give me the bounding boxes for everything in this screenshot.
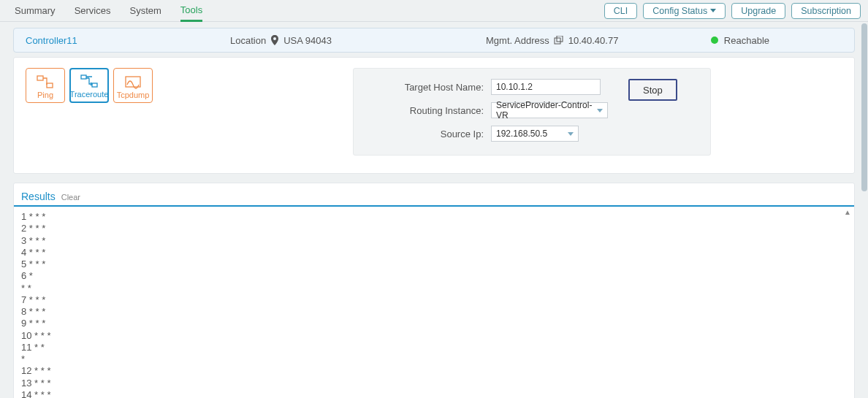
source-ip-value: 192.168.50.5	[496, 129, 547, 139]
tool-tab-traceroute[interactable]: Traceroute	[69, 68, 109, 103]
results-title: Results	[21, 191, 56, 202]
traceroute-form: Target Host Name: Routing Instance: Serv…	[353, 68, 711, 156]
tool-tab-ping-label: Ping	[37, 91, 53, 99]
source-ip-label: Source Ip:	[367, 129, 484, 139]
stop-button[interactable]: Stop	[628, 79, 677, 101]
page-scrollbar[interactable]	[861, 23, 868, 398]
mgmt-value: 10.40.40.77	[568, 35, 619, 46]
scroll-up-icon[interactable]: ▲	[844, 208, 851, 216]
target-host-input[interactable]	[491, 79, 601, 95]
device-name[interactable]: Controller11	[26, 35, 230, 46]
svg-rect-1	[557, 36, 563, 42]
tool-tab-tcpdump[interactable]: Tcpdump	[113, 68, 153, 103]
top-bar: Summary Services System Tools CLI Config…	[0, 0, 868, 22]
cli-button[interactable]: CLI	[604, 3, 637, 19]
device-reachability: Reachable	[711, 35, 769, 46]
routing-instance-value: ServiceProvider-Control-VR	[496, 100, 597, 120]
svg-rect-5	[92, 83, 97, 87]
device-info-bar: Controller11 Location USA 94043 Mgmt. Ad…	[13, 28, 855, 53]
subscription-button[interactable]: Subscription	[791, 3, 861, 19]
config-status-button[interactable]: Config Status	[643, 3, 726, 19]
clear-results-link[interactable]: Clear	[61, 193, 80, 202]
ping-icon	[36, 74, 55, 89]
traceroute-icon	[80, 74, 99, 88]
chevron-down-icon	[568, 132, 574, 136]
nav-tools[interactable]: Tools	[180, 0, 202, 22]
mgmt-label: Mgmt. Address	[486, 35, 549, 46]
results-header: Results Clear	[14, 183, 854, 207]
nav-summary[interactable]: Summary	[15, 1, 56, 20]
svg-rect-3	[47, 83, 53, 88]
tcpdump-icon	[123, 74, 142, 89]
reach-label: Reachable	[724, 35, 769, 46]
results-output[interactable]: 1 * * * 2 * * * 3 * * * 4 * * * 5 * * * …	[14, 207, 854, 398]
upgrade-button[interactable]: Upgrade	[731, 3, 785, 19]
location-label: Location	[230, 35, 266, 46]
routing-instance-label: Routing Instance:	[367, 105, 484, 116]
status-dot-icon	[711, 37, 718, 44]
top-buttons: CLI Config Status Upgrade Subscription	[604, 3, 861, 19]
device-location: Location USA 94043	[230, 35, 486, 46]
source-ip-select[interactable]: 192.168.50.5	[491, 126, 579, 142]
copy-icon[interactable]	[554, 36, 564, 45]
tools-card: Ping Traceroute Tcpdump Target Host Name…	[13, 57, 855, 174]
scrollbar-thumb[interactable]	[861, 23, 867, 191]
nav-services[interactable]: Services	[75, 1, 111, 20]
location-value: USA 94043	[283, 35, 332, 46]
config-status-label: Config Status	[652, 6, 707, 16]
tool-tabs: Ping Traceroute Tcpdump	[26, 68, 153, 103]
tool-tab-tcpdump-label: Tcpdump	[117, 91, 150, 99]
location-pin-icon	[270, 35, 279, 45]
svg-rect-0	[555, 38, 560, 44]
svg-rect-4	[81, 75, 86, 79]
device-mgmt: Mgmt. Address 10.40.40.77	[486, 35, 698, 46]
results-card: Results Clear ▲ 1 * * * 2 * * * 3 * * * …	[13, 183, 855, 398]
target-host-label: Target Host Name:	[367, 82, 484, 93]
chevron-down-icon	[710, 9, 716, 12]
nav-tabs: Summary Services System Tools	[7, 0, 202, 22]
svg-rect-2	[37, 76, 43, 80]
tool-tab-traceroute-label: Traceroute	[70, 90, 109, 99]
chevron-down-icon	[597, 109, 603, 112]
tool-tab-ping[interactable]: Ping	[26, 68, 65, 103]
routing-instance-select[interactable]: ServiceProvider-Control-VR	[491, 102, 608, 118]
nav-system[interactable]: System	[129, 1, 161, 20]
